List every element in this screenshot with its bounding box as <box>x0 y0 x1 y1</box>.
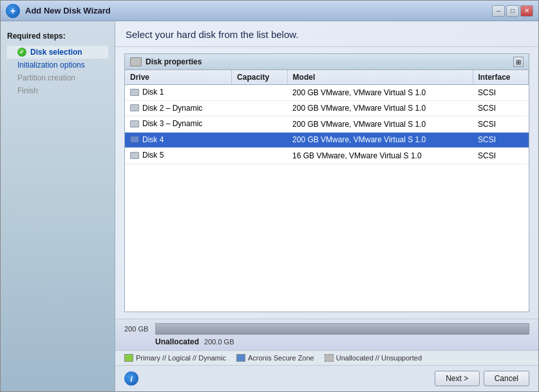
disk-bar-section: 200 GB Unallocated 200.0 GB <box>115 319 538 350</box>
sidebar-item-label-initialization: Initialization options <box>17 61 85 70</box>
drive-name: Disk 2 – Dynamic <box>142 104 202 113</box>
unallocated-label: Unallocated <box>155 337 199 346</box>
col-capacity: Capacity <box>232 70 287 85</box>
drive-name: Disk 1 <box>142 88 164 97</box>
app-icon: + <box>6 4 20 18</box>
cell-interface: SCSI <box>473 132 529 148</box>
col-model: Model <box>287 70 473 85</box>
cell-capacity <box>232 117 287 133</box>
cell-drive: Disk 3 – Dynamic <box>125 117 232 133</box>
sidebar-item-finish: Finish <box>7 84 108 97</box>
legend-swatch-blue <box>236 354 245 362</box>
disk-info-row: Unallocated 200.0 GB <box>124 337 529 346</box>
cancel-button[interactable]: Cancel <box>484 371 529 386</box>
cell-interface: SCSI <box>473 117 529 133</box>
disk-table-body: Disk 1200 GB VMware, VMware Virtual S 1.… <box>125 85 529 164</box>
disk-row-icon <box>130 136 139 143</box>
cell-capacity <box>232 100 287 117</box>
sidebar-item-label-finish: Finish <box>17 86 38 95</box>
disk-usage-bar <box>155 323 529 335</box>
drive-name: Disk 5 <box>142 151 164 160</box>
window-title: Add New Disk Wizard <box>25 6 492 15</box>
legend-unallocated-label: Unallocated // Unsupported <box>336 354 422 362</box>
legend-swatch-green <box>124 354 133 362</box>
table-row[interactable]: Disk 516 GB VMware, VMware Virtual S 1.0… <box>125 148 529 164</box>
step-active-icon: ✓ <box>17 48 26 57</box>
cell-capacity <box>232 132 287 148</box>
table-row[interactable]: Disk 3 – Dynamic200 GB VMware, VMware Vi… <box>125 117 529 133</box>
col-drive: Drive <box>125 70 232 85</box>
cell-drive: Disk 1 <box>125 85 232 101</box>
titlebar: + Add New Disk Wizard – □ ✕ <box>1 1 538 21</box>
table-row[interactable]: Disk 1200 GB VMware, VMware Virtual S 1.… <box>125 85 529 101</box>
cell-drive: Disk 2 – Dynamic <box>125 100 232 117</box>
sidebar-item-partition: Partition creation <box>7 71 108 84</box>
disk-size-label: 200 GB <box>124 325 150 333</box>
sidebar-item-label-disk-selection: Disk selection <box>30 48 82 57</box>
disk-bar-unallocated <box>156 324 529 334</box>
disk-table: Drive Capacity Model Interface Disk 1200… <box>125 70 529 312</box>
cell-model: 200 GB VMware, VMware Virtual S 1.0 <box>287 100 473 117</box>
sidebar: Required steps: ✓ Disk selection Initial… <box>1 21 115 391</box>
sidebar-item-label-partition: Partition creation <box>17 73 75 82</box>
bottom-bar: i Next > Cancel <box>115 365 538 391</box>
col-interface: Interface <box>473 70 529 85</box>
legend-primary: Primary // Logical // Dynamic <box>124 354 226 362</box>
main-window: + Add New Disk Wizard – □ ✕ Required ste… <box>0 0 539 392</box>
close-button[interactable]: ✕ <box>520 5 533 17</box>
panel-title: Disk properties <box>146 57 202 66</box>
table-row[interactable]: Disk 4200 GB VMware, VMware Virtual S 1.… <box>125 132 529 148</box>
cell-drive: Disk 5 <box>125 148 232 164</box>
cell-model: 16 GB VMware, VMware Virtual S 1.0 <box>287 148 473 164</box>
table-header-row: Drive Capacity Model Interface <box>125 70 529 85</box>
disk-bar-container: 200 GB <box>124 323 529 335</box>
help-icon[interactable]: i <box>124 371 138 386</box>
cell-capacity <box>232 148 287 164</box>
cell-interface: SCSI <box>473 85 529 101</box>
minimize-button[interactable]: – <box>492 5 505 17</box>
hdd-icon <box>130 57 142 66</box>
main-header: Select your hard disk from the list belo… <box>115 21 538 47</box>
next-button[interactable]: Next > <box>435 371 480 386</box>
required-steps-label: Required steps: <box>7 32 108 41</box>
table-row[interactable]: Disk 2 – Dynamic200 GB VMware, VMware Vi… <box>125 100 529 117</box>
main-body: Disk properties ⊞ Drive Capacity Model <box>115 47 538 319</box>
unallocated-size: 200.0 GB <box>204 338 234 346</box>
drive-name: Disk 3 – Dynamic <box>142 119 202 128</box>
legend-swatch-gray <box>325 354 334 362</box>
legend-acronis-label: Acronis Secure Zone <box>248 354 314 362</box>
panel-header: Disk properties ⊞ <box>125 54 529 70</box>
sidebar-item-initialization[interactable]: Initialization options <box>7 59 108 71</box>
maximize-button[interactable]: □ <box>506 5 519 17</box>
content-area: Required steps: ✓ Disk selection Initial… <box>1 21 538 391</box>
disk-list-table: Drive Capacity Model Interface Disk 1200… <box>125 70 529 164</box>
main-heading: Select your hard disk from the list belo… <box>126 29 528 40</box>
action-buttons: Next > Cancel <box>435 371 529 386</box>
legend-primary-label: Primary // Logical // Dynamic <box>136 354 226 362</box>
expand-icon[interactable]: ⊞ <box>513 57 524 67</box>
cell-model: 200 GB VMware, VMware Virtual S 1.0 <box>287 117 473 133</box>
disk-row-icon <box>130 89 139 96</box>
main-panel: Select your hard disk from the list belo… <box>115 21 538 391</box>
drive-name: Disk 4 <box>142 135 164 144</box>
sidebar-item-disk-selection[interactable]: ✓ Disk selection <box>7 46 108 59</box>
titlebar-controls: – □ ✕ <box>492 5 533 17</box>
legend-bar: Primary // Logical // Dynamic Acronis Se… <box>115 350 538 365</box>
disk-properties-panel: Disk properties ⊞ Drive Capacity Model <box>124 53 529 312</box>
cell-capacity <box>232 85 287 101</box>
sidebar-steps: Required steps: ✓ Disk selection Initial… <box>1 28 115 102</box>
disk-row-icon <box>130 152 139 159</box>
disk-row-icon <box>130 120 139 127</box>
cell-interface: SCSI <box>473 100 529 117</box>
cell-model: 200 GB VMware, VMware Virtual S 1.0 <box>287 132 473 148</box>
cell-model: 200 GB VMware, VMware Virtual S 1.0 <box>287 85 473 101</box>
cell-interface: SCSI <box>473 148 529 164</box>
legend-acronis: Acronis Secure Zone <box>236 354 314 362</box>
panel-header-left: Disk properties <box>130 57 202 66</box>
disk-row-icon <box>130 104 139 111</box>
cell-drive: Disk 4 <box>125 132 232 148</box>
legend-unallocated: Unallocated // Unsupported <box>325 354 422 362</box>
